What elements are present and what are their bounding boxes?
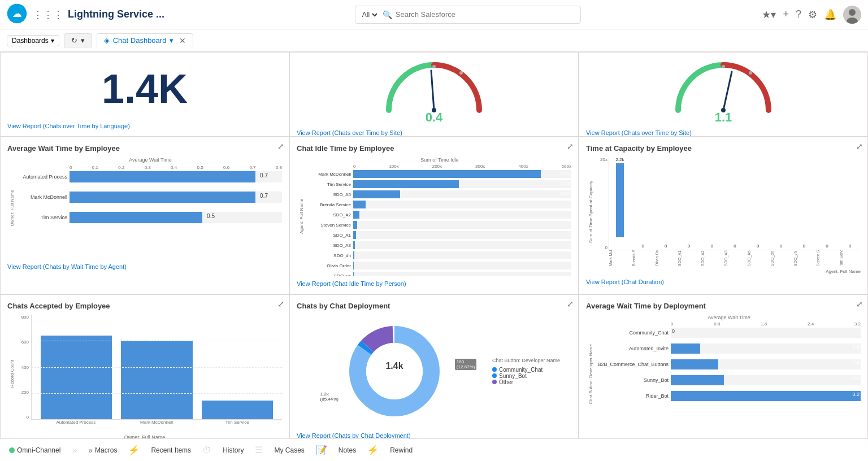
y-axis-label: Owner: Full Name <box>10 190 15 226</box>
wait-x-ticks: 0 0.8 1.6 2.4 3.2 <box>597 321 861 327</box>
svg-point-7 <box>432 65 436 68</box>
notifications-button[interactable]: 🔔 <box>824 8 836 21</box>
bar-row-tim: Tim Service 0.5 <box>19 212 282 223</box>
refresh-icon: ↻ <box>71 36 77 45</box>
search-scope-select[interactable]: All <box>360 10 379 19</box>
cap-bar-olivia: 0 <box>655 157 676 250</box>
donut-chart: 1.4k 180(12.67%) 1.2k(85.44%) <box>297 320 492 422</box>
card-chats-accepted: Chats Accepted by Employee ⤢ Record Coun… <box>0 294 289 438</box>
wait-bar-sunny: Sunny_Bot 0.9 <box>597 375 861 385</box>
cap-bar-mark: 2.2k <box>609 157 631 250</box>
donut-label-other: 180(12.67%) <box>455 359 476 370</box>
idle-bar-sdo-a3: SDO_A3 895 <box>308 241 571 249</box>
svg-point-3 <box>849 9 856 16</box>
tab-close-button[interactable]: ✕ <box>179 36 186 45</box>
avatar[interactable] <box>843 6 861 24</box>
bar-row-mark: Mark McDonnell 0.7 <box>19 192 282 203</box>
chevron-down-icon: ▾ <box>51 37 54 45</box>
view-report-link-chat-idle[interactable]: View Report (Chat Idle Time by Person) <box>297 280 571 287</box>
idle-x-ticks: 0 100x 200x 300x 400x 500x <box>308 164 571 169</box>
dashboards-label: Dashboards <box>12 37 49 45</box>
app-name: Lightning Service ... <box>68 8 164 20</box>
x-axis-owner-label: Owner: Full Name <box>7 434 282 438</box>
plus-icon: + <box>783 8 789 20</box>
idle-bar-brenda: Brenda Service 5.6k <box>308 201 571 208</box>
gauge-value-2: 1.1 <box>715 110 732 125</box>
x-label-auto: Automated Process <box>40 420 112 433</box>
gear-icon: ⚙ <box>808 8 817 21</box>
idle-bar-sdo-a1: SDO_A1 1.4k <box>308 231 571 239</box>
bar-row-automated: Automated Process 0.7 <box>19 171 282 182</box>
cap-bar-sdo-a3: 0 <box>724 157 746 250</box>
cap-bar-sdo-a2: 0 <box>701 157 723 250</box>
cap-x-axis-label: Agent: Full Name <box>826 269 861 274</box>
chevron-down-icon: ▾ <box>170 36 173 45</box>
capacity-chart: Sum of Time Spent at Capacity 20x 0 2.2k <box>586 157 861 267</box>
expand-button-chat-idle[interactable]: ⤢ <box>567 142 574 151</box>
refresh-tab[interactable]: ↻ ▾ <box>64 33 92 47</box>
deployment-chart: 1.4k 180(12.67%) 1.2k(85.44%) Chat Butto… <box>297 315 571 428</box>
expand-button-deployment[interactable]: ⤢ <box>567 299 574 308</box>
bell-icon: 🔔 <box>824 8 836 21</box>
svg-point-12 <box>749 71 752 75</box>
card-title-wait-deploy: Average Wait Time by Deployment <box>586 302 861 310</box>
avg-wait-chart: Owner: Full Name Average Wait Time 0 0.1… <box>7 157 282 259</box>
expand-button-capacity[interactable]: ⤢ <box>856 142 863 151</box>
chats-accepted-chart: Record Count 800 600 400 200 0 <box>7 315 282 433</box>
legend-label-other: Other <box>499 379 513 385</box>
svg-text:1.4k: 1.4k <box>385 361 403 371</box>
view-report-link-avg-wait[interactable]: View Report (Chats by Wait Time by Agent… <box>7 263 282 270</box>
chat-dashboard-tab[interactable]: ◈ Chat Dashboard ▾ ✕ <box>97 33 194 48</box>
cap-bar-sdo-dh: 0 <box>770 157 792 250</box>
cap-bar-brenda: 0 <box>632 157 654 250</box>
idle-bar-sdo-vh: SDO_vh 12 <box>308 272 571 276</box>
row-2: Chats Accepted by Employee ⤢ Record Coun… <box>0 294 868 438</box>
help-button[interactable]: ? <box>796 8 801 20</box>
wait-bar-auto-invite: Automated_Invite 0.5 <box>597 343 861 354</box>
card-chats-site-2: 1.1 View Report (Chats over Time by Site… <box>579 52 868 137</box>
view-report-link-deployment[interactable]: View Report (Chats by Chat Deployment) <box>297 432 571 438</box>
favorites-button[interactable]: ★▾ <box>762 8 776 21</box>
idle-bar-steven: Steven Service 1.8k <box>308 221 571 229</box>
dashboard-icon: ◈ <box>104 36 110 45</box>
card-title-accepted: Chats Accepted by Employee <box>7 302 282 310</box>
wait-bar-rider: Rider_Bot 3.2 <box>597 391 861 401</box>
view-report-link-capacity[interactable]: View Report (Chat Duration) <box>586 279 861 285</box>
expand-button-accepted[interactable]: ⤢ <box>277 299 284 308</box>
legend-sunny: Sunny_Bot <box>492 373 571 379</box>
idle-bar-olivia: Olivia Order 19 <box>308 262 571 269</box>
x-axis-ticks: 0 0.1 0.2 0.3 0.4 0.5 0.6 0.7 0.8 <box>19 165 282 170</box>
expand-button-avg-wait[interactable]: ⤢ <box>277 142 284 151</box>
card-wait-deployment: Average Wait Time by Deployment ⤢ Chat B… <box>579 294 868 438</box>
breadcrumb: Dashboards ▾ <box>7 35 59 46</box>
salesforce-logo[interactable]: ☁ <box>7 3 27 25</box>
search-input[interactable] <box>396 10 537 19</box>
legend-dot-community <box>492 367 497 372</box>
view-report-link-2[interactable]: View Report (Chats over Time by Site) <box>586 129 861 136</box>
deployment-legend: Chat Button: Developer Name Community_Ch… <box>492 358 571 385</box>
view-report-link-1[interactable]: View Report (Chats over Time by Site) <box>297 129 571 136</box>
top-nav: ☁ ⋮⋮⋮ Lightning Service ... All 🔍 ★▾ + ?… <box>0 0 868 29</box>
cap-bar-sdo-a5: 0 <box>747 157 769 250</box>
expand-button-wait-deploy[interactable]: ⤢ <box>856 299 863 308</box>
dashboards-dropdown[interactable]: Dashboards ▾ <box>7 35 59 46</box>
x-label-mark: Mark McDonnell <box>121 420 193 433</box>
search-icon: 🔍 <box>383 10 392 19</box>
svg-point-16 <box>366 343 423 399</box>
view-report-link-0[interactable]: View Report (Chats over Time by Language… <box>7 123 282 129</box>
legend-community: Community_Chat <box>492 367 571 373</box>
card-title-chat-idle: Chat Idle Time by Employee <box>297 144 571 153</box>
settings-button[interactable]: ⚙ <box>808 8 817 21</box>
legend-label-sunny: Sunny_Bot <box>499 373 527 379</box>
idle-bar-tim: Tim Service 242x <box>308 180 571 188</box>
chart-title-wait: Average Wait Time <box>597 315 861 320</box>
new-item-button[interactable]: + <box>783 8 789 20</box>
gauge-value-1: 0.4 <box>426 110 443 125</box>
svg-line-9 <box>723 72 732 110</box>
nav-icons: ★▾ + ? ⚙ 🔔 <box>762 6 861 24</box>
app-switcher-button[interactable]: ⋮⋮⋮ <box>33 8 63 21</box>
gauge-svg-1 <box>377 59 491 116</box>
svg-point-8 <box>459 71 463 75</box>
y-axis-wait-deploy: Chat Button: Developer Name <box>588 344 593 405</box>
legend-title: Chat Button: Developer Name <box>492 358 571 363</box>
